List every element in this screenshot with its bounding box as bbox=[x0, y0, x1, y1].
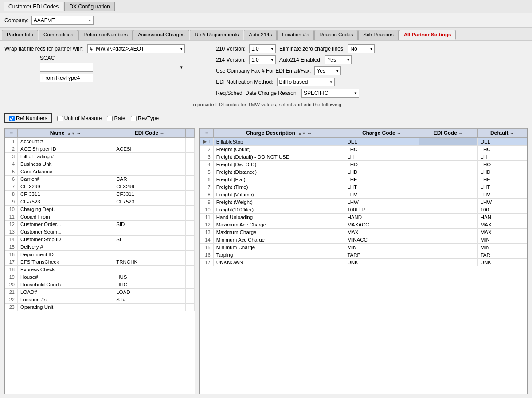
table-row[interactable]: 20 Household Goods HHG bbox=[5, 281, 195, 289]
tab-sch-reasons[interactable]: Sch Reasons bbox=[358, 30, 398, 40]
table-row[interactable]: 9 CF-7523 CF7523 bbox=[5, 198, 195, 206]
row-num: 10 bbox=[200, 206, 214, 214]
table-row[interactable]: 2 ACE Shipper ID ACESH bbox=[5, 145, 195, 153]
tab-all-partner[interactable]: All Partner Settings bbox=[399, 30, 456, 40]
row-default: MIN bbox=[477, 244, 527, 251]
revtype-checkbox-label[interactable]: RevType bbox=[131, 115, 159, 121]
sched-date-select[interactable]: SPECIFIC bbox=[301, 89, 359, 98]
table-row[interactable]: 16 Tarping TARP TAR bbox=[200, 251, 527, 259]
table-row[interactable]: 1 Account # bbox=[5, 138, 195, 145]
row-spacer bbox=[186, 183, 195, 191]
left-col-expand[interactable] bbox=[186, 129, 195, 138]
row-edi bbox=[419, 229, 477, 236]
unit-measure-checkbox-label[interactable]: Unit of Measure bbox=[57, 115, 102, 121]
table-row[interactable]: 11 Copied From bbox=[5, 213, 195, 221]
row-charge: LHV bbox=[344, 191, 419, 199]
table-row[interactable]: 14 Minimum Acc Charge MINACC MIN bbox=[200, 236, 527, 244]
table-row[interactable]: 7 CF-3299 CF3299 bbox=[5, 183, 195, 191]
row-name: Customer Order... bbox=[18, 221, 113, 228]
table-row[interactable]: 3 Freight (Default) - DO NOT USE LH LH bbox=[200, 153, 527, 161]
v214-select[interactable]: 1.0 bbox=[249, 55, 276, 64]
ref-numbers-checkbox[interactable] bbox=[9, 116, 15, 121]
table-row[interactable]: 13 Maximum Charge MAX MAX bbox=[200, 229, 527, 236]
row-edi: HHG bbox=[113, 281, 186, 289]
left-col-icon[interactable]: ≡ bbox=[5, 129, 18, 138]
table-row[interactable]: 16 Department ID bbox=[5, 251, 195, 258]
table-row[interactable]: 5 Card Advance bbox=[5, 168, 195, 176]
table-row[interactable]: 15 Minimum Charge MIN MIN bbox=[200, 244, 527, 251]
tab-accessorial[interactable]: Accessorial Charges bbox=[133, 30, 189, 40]
table-row[interactable]: 17 UNKNOWN UNK UNK bbox=[200, 259, 527, 266]
tab-commodities[interactable]: Commodities bbox=[39, 30, 78, 40]
table-row[interactable]: 6 Carrier# CAR bbox=[5, 176, 195, 183]
right-table-scroll[interactable]: ≡ Charge Description ▲▼ ↔ Charge Code ↔ … bbox=[200, 128, 527, 394]
revtype-checkbox[interactable] bbox=[131, 116, 137, 121]
table-row[interactable]: 14 Customer Stop ID SI bbox=[5, 236, 195, 243]
ref-numbers-checkbox-label[interactable]: Ref Numbers bbox=[9, 115, 47, 121]
rate-label: Rate bbox=[114, 115, 125, 121]
wrap-select[interactable]: #TMW,\P,<data>,#EOT bbox=[87, 44, 185, 53]
table-row[interactable]: 12 Customer Order... SID bbox=[5, 221, 195, 228]
row-default: MAX bbox=[477, 221, 527, 229]
row-default: LH bbox=[477, 153, 527, 161]
tab-ref-requirements[interactable]: Ref# Requirements bbox=[190, 30, 243, 40]
left-col-name[interactable]: Name ▲▼ ↔ bbox=[18, 129, 113, 138]
table-row[interactable]: 13 Customer Segm... bbox=[5, 228, 195, 236]
table-row[interactable]: 21 LOAD# LOAD bbox=[5, 289, 195, 296]
fax-select[interactable]: Yes bbox=[314, 66, 341, 75]
table-row[interactable]: 19 House# HUS bbox=[5, 273, 195, 281]
title-tab-customer-edi[interactable]: Customer EDI Codes bbox=[4, 2, 63, 11]
row-name: ACE Shipper ID bbox=[18, 145, 113, 153]
table-row[interactable]: 5 Freight (Distance) LHD LHD bbox=[200, 168, 527, 176]
v210-select[interactable]: 1.0 bbox=[249, 44, 276, 53]
right-col-icon[interactable]: ≡ bbox=[200, 129, 214, 138]
right-col-default[interactable]: Default ↔ bbox=[477, 129, 527, 138]
elim-zero-select[interactable]: No bbox=[348, 44, 375, 53]
table-row[interactable]: 8 Freight (Volume) LHV LHV bbox=[200, 191, 527, 199]
scac-select[interactable] bbox=[40, 63, 93, 72]
table-row[interactable]: 17 EFS TransCheck TRNCHK bbox=[5, 258, 195, 266]
tab-auto-214s[interactable]: Auto 214s bbox=[244, 30, 277, 40]
table-row[interactable]: 9 Freight (Weight) LHW LHW bbox=[200, 199, 527, 206]
rate-checkbox[interactable] bbox=[107, 116, 113, 121]
unit-measure-checkbox[interactable] bbox=[57, 116, 63, 121]
tab-ref-numbers[interactable]: ReferenceNumbers bbox=[78, 30, 133, 40]
right-col-desc[interactable]: Charge Description ▲▼ ↔ bbox=[213, 129, 344, 138]
notification-select[interactable]: BillTo based bbox=[277, 78, 335, 86]
left-col-edi[interactable]: EDI Code ↔ bbox=[113, 129, 186, 138]
tab-reason-codes[interactable]: Reason Codes bbox=[314, 30, 358, 40]
from-revtype-input[interactable] bbox=[40, 74, 93, 82]
row-default: TAR bbox=[477, 251, 527, 259]
table-row[interactable]: 2 Freight (Count) LHC LHC bbox=[200, 146, 527, 153]
table-row[interactable]: 4 Freight (Dist O-D) LHO LHO bbox=[200, 161, 527, 168]
tab-partner-info[interactable]: Partner Info bbox=[2, 30, 38, 40]
right-col-charge[interactable]: Charge Code ↔ bbox=[344, 129, 419, 138]
table-row[interactable]: 18 Express Check bbox=[5, 266, 195, 273]
row-charge: UNK bbox=[344, 259, 419, 266]
auto214-select[interactable]: Yes bbox=[325, 55, 352, 64]
rate-checkbox-label[interactable]: Rate bbox=[107, 115, 125, 121]
table-row[interactable]: 6 Freight (Flat) LHF LHF bbox=[200, 176, 527, 183]
left-table-scroll[interactable]: ≡ Name ▲▼ ↔ EDI Code ↔ 1 Account # 2 ACE… bbox=[5, 128, 195, 394]
table-row[interactable]: 15 Delivery # bbox=[5, 243, 195, 251]
table-row[interactable]: 8 CF-3311 CF3311 bbox=[5, 191, 195, 198]
table-row[interactable]: 10 Freight(100/liter) 100LTR 100 bbox=[200, 206, 527, 214]
row-edi bbox=[419, 244, 477, 251]
table-row[interactable]: 7 Freight (Time) LHT LHT bbox=[200, 183, 527, 191]
table-row[interactable]: ▶ 1 BillableStop DEL DEL bbox=[200, 138, 527, 146]
company-select[interactable]: AAAEVE bbox=[31, 16, 94, 25]
table-row[interactable]: 4 Business Unit bbox=[5, 160, 195, 168]
title-tab-dx-config[interactable]: DX Configuration bbox=[64, 2, 114, 11]
row-num: 6 bbox=[5, 176, 18, 183]
table-row[interactable]: 23 Operating Unit bbox=[5, 304, 195, 311]
row-num: 9 bbox=[200, 199, 214, 206]
right-col-edi[interactable]: EDI Code ↔ bbox=[419, 129, 477, 138]
left-table-container: ≡ Name ▲▼ ↔ EDI Code ↔ 1 Account # 2 ACE… bbox=[4, 128, 195, 394]
table-row[interactable]: 10 Charging Dept. bbox=[5, 206, 195, 213]
table-row[interactable]: 3 Bill of Lading # bbox=[5, 153, 195, 160]
tab-location[interactable]: Location #'s bbox=[277, 30, 314, 40]
table-row[interactable]: 11 Hand Unloading HAND HAN bbox=[200, 214, 527, 221]
table-row[interactable]: 22 Location #s ST# bbox=[5, 296, 195, 304]
table-row[interactable]: 12 Maximum Acc Charge MAXACC MAX bbox=[200, 221, 527, 229]
row-num: 5 bbox=[5, 168, 18, 176]
